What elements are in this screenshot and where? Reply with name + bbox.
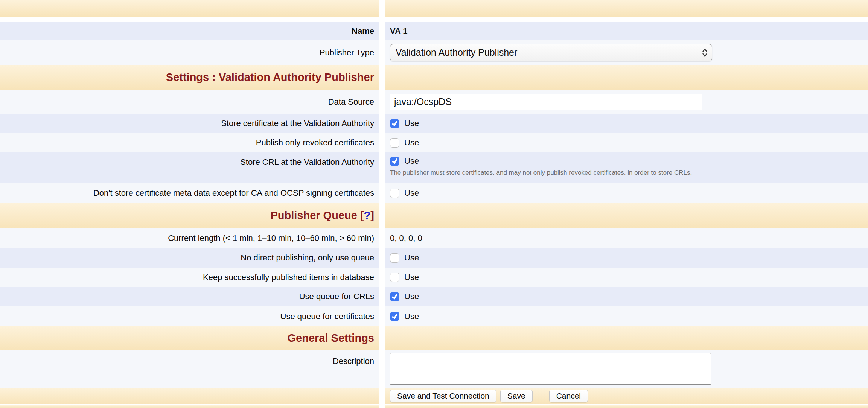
no-direct-checkbox[interactable] [390,253,399,263]
row-description: Description [0,350,868,388]
store-certificate-label: Store certificate at the Validation Auth… [221,118,374,129]
publisher-type-label: Publisher Type [320,47,374,58]
row-publish-revoked: Publish only revoked certificates Use [0,133,868,152]
publish-revoked-checkbox[interactable] [390,138,399,148]
description-textarea[interactable] [390,353,711,385]
settings-section-header: Settings : Validation Authority Publishe… [166,72,374,84]
save-and-test-connection-button[interactable]: Save and Test Connection [390,390,496,402]
edit-publisher-page: Name VA 1 Publisher Type Validation Auth… [0,0,868,408]
publisher-type-selected-value: Validation Authority Publisher [396,47,517,58]
general-settings-section-header: General Settings [288,332,374,344]
dont-store-meta-checkbox[interactable] [390,189,399,198]
description-label: Description [333,356,374,367]
select-up-down-arrows-icon [702,47,708,58]
bottom-band [0,405,868,408]
store-crl-checkbox[interactable] [390,157,399,166]
help-bracket-open: [ [360,209,364,221]
queue-certs-use-label: Use [404,312,419,321]
store-crl-use-label: Use [404,156,419,166]
queue-crls-use-label: Use [404,292,419,301]
keep-published-checkbox[interactable] [390,273,399,282]
top-spacer [0,17,868,22]
queue-certs-checkbox[interactable] [390,312,399,321]
row-no-direct: No direct publishing, only use queue Use [0,248,868,268]
top-band [0,0,868,17]
publisher-queue-section-header: Publisher Queue [?] [270,210,374,222]
row-publisher-type: Publisher Type Validation Authority Publ… [0,40,868,65]
queue-certs-label: Use queue for certificates [280,311,374,322]
row-buttons: Save and Test Connection Save Cancel [0,388,868,404]
no-direct-label: No direct publishing, only use queue [241,253,374,263]
dont-store-meta-use-label: Use [404,188,419,198]
data-source-input[interactable] [390,94,702,110]
row-queue-header: Publisher Queue [?] [0,203,868,228]
current-length-value: 0, 0, 0, 0 [390,233,422,243]
name-value: VA 1 [390,26,407,36]
row-queue-crls: Use queue for CRLs Use [0,287,868,306]
dont-store-meta-label: Don't store certificate meta data except… [93,188,374,198]
publisher-queue-title: Publisher Queue [270,209,357,221]
no-direct-use-label: Use [404,253,419,263]
queue-crls-checkbox[interactable] [390,292,399,301]
row-name: Name VA 1 [0,22,868,40]
keep-published-label: Keep successfully published items in dat… [203,272,374,283]
publish-revoked-use-label: Use [404,138,419,148]
keep-published-use-label: Use [404,273,419,282]
store-certificate-checkbox[interactable] [390,119,399,128]
row-store-certificate: Store certificate at the Validation Auth… [0,114,868,133]
row-general-header: General Settings [0,326,868,350]
row-current-length: Current length (< 1 min, 1–10 min, 10–60… [0,228,868,248]
publisher-type-select[interactable]: Validation Authority Publisher [390,44,712,61]
current-length-label: Current length (< 1 min, 1–10 min, 10–60… [168,233,374,244]
row-data-source: Data Source [0,90,868,114]
publish-revoked-label: Publish only revoked certificates [256,137,374,148]
row-keep-published: Keep successfully published items in dat… [0,268,868,287]
row-dont-store-meta: Don't store certificate meta data except… [0,183,868,203]
row-store-crl: Store CRL at the Validation Authority Us… [0,152,868,183]
help-bracket-close: ] [370,209,374,221]
data-source-label: Data Source [328,97,374,107]
save-button[interactable]: Save [500,390,533,402]
cancel-button[interactable]: Cancel [549,390,588,402]
name-label: Name [352,26,374,37]
store-crl-label: Store CRL at the Validation Authority [240,157,374,167]
store-certificate-use-label: Use [404,119,419,128]
row-queue-certs: Use queue for certificates Use [0,306,868,326]
queue-crls-label: Use queue for CRLs [299,291,374,302]
publisher-queue-help-link[interactable]: ? [364,209,371,221]
row-settings-header: Settings : Validation Authority Publishe… [0,65,868,90]
store-crl-note: The publisher must store certificates, a… [390,169,692,177]
